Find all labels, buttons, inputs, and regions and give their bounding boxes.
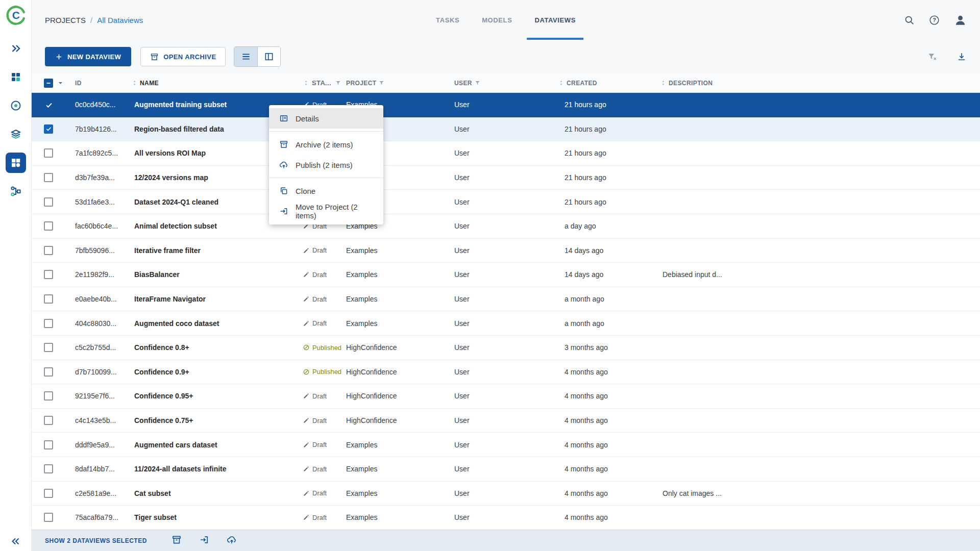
filter-icon[interactable]	[335, 80, 341, 86]
clearml-logo-icon[interactable]: C	[5, 5, 27, 26]
menu-item-archive-2-items[interactable]: Archive (2 items)	[269, 134, 383, 155]
table-row[interactable]: e0aebe40b...IteraFrame NavigatorDraftExa…	[32, 287, 980, 312]
row-checkbox[interactable]	[44, 270, 53, 279]
new-dataview-button[interactable]: NEW DATAVIEW	[45, 47, 131, 66]
cell-id: d3b7fe39a...	[69, 173, 130, 182]
column-header-select[interactable]	[32, 79, 69, 88]
breadcrumb-current[interactable]: All Dataviews	[97, 16, 143, 24]
row-checkbox[interactable]	[44, 246, 53, 255]
cell-status: Draft	[299, 514, 341, 521]
split-view-toggle[interactable]	[257, 47, 280, 66]
row-checkbox[interactable]	[44, 367, 53, 377]
filter-reset-icon[interactable]	[927, 52, 937, 62]
cell-project: Examples	[341, 441, 447, 449]
table-row[interactable]: 7b19b4126...Region-based filtered dataDr…	[32, 117, 980, 142]
sort-icon[interactable]	[660, 80, 667, 86]
table-row[interactable]: c4c143e5b...Confidence 0.75+DraftHighCon…	[32, 409, 980, 433]
sort-icon[interactable]	[131, 80, 138, 86]
draft-icon	[303, 465, 310, 472]
table-row[interactable]: d3b7fe39a...12/2024 versions mapDraftExa…	[32, 166, 980, 190]
row-checkbox[interactable]	[44, 173, 53, 182]
table-row[interactable]: 8daf14bb7...11/2024-all datasets infinit…	[32, 457, 980, 482]
table-view-toggle[interactable]	[234, 47, 257, 66]
help-icon[interactable]: ?	[929, 15, 940, 26]
row-checkbox[interactable]	[44, 319, 53, 328]
dashboard-icon[interactable]	[6, 67, 26, 87]
selection-summary[interactable]: SHOW 2 DATAVIEWS SELECTED	[45, 537, 147, 544]
cell-description: Only cat images ...	[658, 489, 980, 497]
draft-icon	[303, 295, 310, 303]
column-header-status[interactable]: STATUS	[299, 79, 341, 87]
filter-icon[interactable]	[474, 80, 481, 86]
cell-id: 404c88030...	[69, 319, 130, 328]
menu-item-move-to-project-2-items[interactable]: Move to Project (2 items)	[269, 201, 383, 221]
column-header-user[interactable]: USER	[447, 80, 556, 87]
pipelines-icon[interactable]	[6, 181, 26, 202]
table-row[interactable]: fac60b6c4e...Animal detection subsetDraf…	[32, 214, 980, 239]
menu-item-details[interactable]: Details	[269, 108, 383, 129]
datasets-icon[interactable]	[6, 124, 26, 144]
table-row[interactable]: c5c2b755d...Confidence 0.8+PublishedHigh…	[32, 336, 980, 360]
breadcrumb-projects[interactable]: PROJECTS	[45, 16, 86, 24]
download-icon[interactable]	[957, 52, 967, 62]
sort-icon[interactable]	[558, 80, 565, 86]
table-row[interactable]: 92195e7f6...Confidence 0.95+DraftHighCon…	[32, 384, 980, 409]
sort-icon[interactable]	[303, 80, 309, 86]
menu-item-publish-2-items[interactable]: Publish (2 items)	[269, 155, 383, 175]
tab-tasks[interactable]: TASKS	[428, 0, 467, 40]
publish-icon[interactable]	[227, 535, 237, 546]
row-checkbox[interactable]	[44, 343, 53, 352]
move-icon[interactable]	[199, 535, 209, 546]
menu-divider	[269, 178, 383, 178]
table-row[interactable]: 7bfb59096...Iterative frame filterDraftE…	[32, 239, 980, 263]
cell-name: 11/2024-all datasets infinite	[130, 465, 299, 473]
column-header-desc[interactable]: DESCRIPTION	[658, 80, 980, 87]
cell-project: HighConfidence	[341, 416, 447, 424]
filter-icon[interactable]	[378, 80, 385, 86]
cell-user: User	[447, 101, 556, 109]
row-checkbox[interactable]	[44, 416, 53, 425]
table-row[interactable]: 75acaf6a79...Tiger subsetDraftExamplesUs…	[32, 506, 980, 530]
cell-name: Confidence 0.75+	[130, 416, 299, 424]
caret-down-icon[interactable]	[56, 79, 65, 87]
column-header-id[interactable]: ID	[69, 80, 130, 87]
row-checkbox[interactable]	[44, 513, 53, 522]
select-all-checkbox[interactable]	[44, 79, 53, 88]
column-header-project[interactable]: PROJECT	[341, 80, 447, 87]
quickstart-icon[interactable]	[6, 38, 26, 59]
column-header-name[interactable]: NAME	[130, 80, 299, 87]
table-row[interactable]: 53d1fa6e3...Dataset 2024-Q1 cleanedDraft…	[32, 190, 980, 214]
table-row[interactable]: 7a1fc892c5...All versions ROI MapDraftEx…	[32, 141, 980, 166]
table-row[interactable]: dddf9e5a9...Augmented cars datasetDraftE…	[32, 433, 980, 457]
avatar-icon[interactable]	[954, 14, 967, 27]
cell-status: Draft	[299, 489, 341, 497]
column-header-created[interactable]: CREATED	[556, 80, 658, 87]
table-row[interactable]: 2e11982f9...BiasBalancerDraftExamplesUse…	[32, 263, 980, 287]
archive-icon[interactable]	[172, 535, 182, 546]
collapse-icon[interactable]	[10, 536, 21, 547]
search-icon[interactable]	[904, 15, 915, 26]
hyperdatasets-icon[interactable]	[6, 153, 26, 173]
table-row[interactable]: d7b710099...Confidence 0.9+PublishedHigh…	[32, 360, 980, 385]
table-row[interactable]: c2e581a9e...Cat subsetDraftExamplesUser4…	[32, 482, 980, 506]
row-checkbox[interactable]	[44, 221, 53, 231]
table-row[interactable]: 0c0cd450c...Augmented training subsetDra…	[32, 93, 980, 117]
row-checkbox[interactable]	[44, 294, 53, 304]
table-row[interactable]: 404c88030...Augmented coco datasetDraftE…	[32, 311, 980, 336]
row-checkbox[interactable]	[44, 440, 53, 449]
tab-models[interactable]: MODELS	[474, 0, 520, 40]
open-archive-button[interactable]: OPEN ARCHIVE	[140, 47, 226, 66]
table-header: IDNAMESTATUSPROJECTUSERCREATEDDESCRIPTIO…	[32, 73, 980, 93]
row-checkbox[interactable]	[44, 464, 53, 473]
row-checkbox[interactable]	[44, 489, 53, 498]
row-checkbox[interactable]	[44, 197, 53, 207]
menu-item-clone[interactable]: Clone	[269, 181, 383, 201]
row-checkbox[interactable]	[44, 100, 53, 109]
row-checkbox[interactable]	[44, 391, 53, 400]
cell-name: Confidence 0.95+	[130, 392, 299, 400]
cell-created: 21 hours ago	[556, 101, 658, 109]
row-checkbox[interactable]	[44, 148, 53, 158]
projects-icon[interactable]	[6, 95, 26, 116]
tab-dataviews[interactable]: DATAVIEWS	[527, 0, 583, 40]
row-checkbox[interactable]	[44, 124, 53, 134]
